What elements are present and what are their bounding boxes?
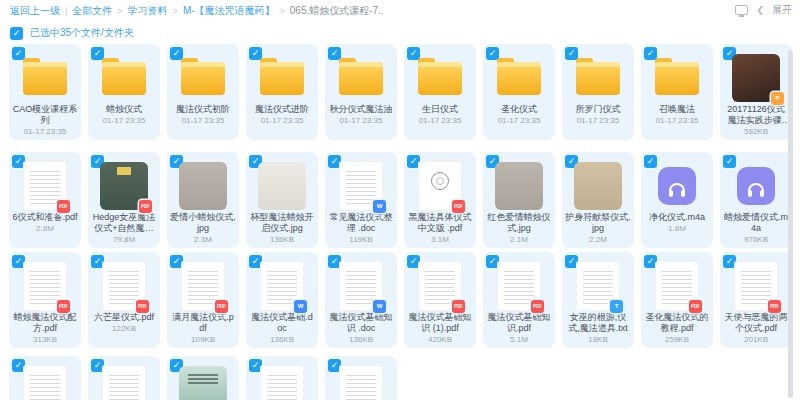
expand-toggle[interactable]: 展开 <box>772 3 792 17</box>
file-card[interactable]: ✓PDF天使与恶魔的两个仪式.pdf201KB <box>720 252 792 348</box>
text-lines <box>346 268 376 304</box>
folder-card[interactable]: ✓圣化仪式01-17 23:35 <box>483 44 555 140</box>
file-card[interactable]: ✓PDF6仪式和准备.pdf2.8M <box>9 152 81 248</box>
file-row: ✓PDF✓PDF✓P✓PDF✓PDF <box>9 356 792 400</box>
file-card[interactable]: ✓T女巫的根源,仪式,魔法道具.txt18KB <box>562 252 634 348</box>
file-card[interactable]: ✓PDF魔法仪式基础知识.pdf5.1M <box>483 252 555 348</box>
thumbnail-area <box>641 163 713 209</box>
file-card[interactable]: ✓PDF <box>88 356 160 400</box>
text-lines <box>188 268 218 304</box>
folder-card[interactable]: ✓魔法仪式进阶01-17 23:35 <box>246 44 318 140</box>
text-lines <box>30 372 60 400</box>
doc-badge-icon: W <box>373 200 386 213</box>
topbar-actions: ❮ 展开 <box>735 3 792 17</box>
file-name: 召唤魔法 <box>644 104 710 115</box>
file-card[interactable]: ✓PDF <box>325 356 397 400</box>
file-card[interactable]: ✓P20171126仪式魔法实践步骤.p...592KB <box>720 44 792 140</box>
file-name: CAO模业课程系列 <box>12 104 78 126</box>
file-card[interactable]: ✓PDF圣化魔法仪式的教程.pdf259KB <box>641 252 713 348</box>
thumbnail-area: PDF <box>88 163 160 209</box>
folder-card[interactable]: ✓蜡烛仪式01-17 23:35 <box>88 44 160 140</box>
file-card[interactable]: ✓PDF <box>246 356 318 400</box>
pdf-badge-icon: PDF <box>136 300 149 313</box>
file-card[interactable]: ✓蜡烛爱情仪式.m4a976KB <box>720 152 792 248</box>
thumbnail-area: P <box>720 55 792 101</box>
item-checkbox[interactable]: ✓ <box>723 155 736 168</box>
folder-card[interactable]: ✓生日仪式01-17 23:35 <box>404 44 476 140</box>
scrollbar-thumb[interactable] <box>788 50 793 398</box>
image-thumbnail: P <box>179 366 227 400</box>
file-card[interactable]: ✓W常见魔法仪式整理 .doc119KB <box>325 152 397 248</box>
file-card[interactable]: ✓W魔法仪式基础.doc136KB <box>246 252 318 348</box>
file-meta: 01-17 23:35 <box>483 116 555 125</box>
file-name: 蜡烛魔法仪式配方.pdf <box>12 312 78 334</box>
file-card[interactable]: ✓PDF黑魔法具体仪式中文版 .pdf3.1M <box>404 152 476 248</box>
file-card[interactable]: ✓杯型魔法蜡烛开启仪式.jpg136KB <box>246 152 318 248</box>
breadcrumb-item-magic[interactable]: M-【魔法咒语魔药】 <box>183 5 275 16</box>
file-name: 圣化魔法仪式的教程.pdf <box>644 312 710 334</box>
document-thumbnail: W <box>340 162 382 210</box>
breadcrumb-current: 065.蜡烛仪式课程-7.. <box>290 5 384 16</box>
back-link[interactable]: 返回上一级 <box>10 5 60 16</box>
thumbnail-area <box>562 55 634 101</box>
select-all-checkbox[interactable]: ✓ <box>10 27 23 40</box>
file-card[interactable]: ✓PDFHedge女巫魔法仪式+自然魔法仪式...79.8M <box>88 152 160 248</box>
document-thumbnail: T <box>577 262 619 310</box>
file-name: 蜡烛爱情仪式.m4a <box>723 212 789 234</box>
breadcrumb-arrow: > <box>173 6 178 16</box>
document-thumbnail: PDF <box>182 262 224 310</box>
item-checkbox[interactable]: ✓ <box>644 155 657 168</box>
file-name: 净化仪式.m4a <box>644 212 710 223</box>
file-card[interactable]: ✓PDF满月魔法仪式.pdf109KB <box>167 252 239 348</box>
file-name: 满月魔法仪式.pdf <box>170 312 236 334</box>
folder-icon <box>339 62 383 95</box>
document-thumbnail: PDF <box>656 262 698 310</box>
pdf-badge-icon: PDF <box>531 300 544 313</box>
file-meta: 01-17 23:35 <box>88 116 160 125</box>
thumbnail-area <box>9 55 81 101</box>
file-card[interactable]: ✓PDF魔法仪式基础知识 (1).pdf420KB <box>404 252 476 348</box>
file-meta: 976KB <box>720 235 792 244</box>
folder-card[interactable]: ✓所罗门仪式01-17 23:35 <box>562 44 634 140</box>
display-icon[interactable] <box>735 5 748 15</box>
pdf-badge-icon: PDF <box>57 200 70 213</box>
file-name: 爱情小蜡烛仪式.jpg <box>170 212 236 234</box>
file-card[interactable]: ✓W魔法仪式基础知识 .doc136KB <box>325 252 397 348</box>
file-meta: 313KB <box>9 335 81 344</box>
file-card[interactable]: ✓净化仪式.m4a1.8M <box>641 152 713 248</box>
headphones-icon <box>748 183 764 193</box>
breadcrumb-item-study[interactable]: 学习资料 <box>128 5 168 16</box>
file-meta: 01-17 23:35 <box>562 116 634 125</box>
file-meta: 119KB <box>325 235 397 244</box>
folder-card[interactable]: ✓召唤魔法01-17 23:35 <box>641 44 713 140</box>
file-name: 红色爱情蜡烛仪式.jpg <box>486 212 552 234</box>
file-meta: 01-17 23:35 <box>167 116 239 125</box>
file-meta: 592KB <box>720 127 792 136</box>
file-meta: 420KB <box>404 335 476 344</box>
file-card[interactable]: ✓爱情小蜡烛仪式.jpg2.3M <box>167 152 239 248</box>
file-name: 女巫的根源,仪式,魔法道具.txt <box>565 312 631 334</box>
file-card[interactable]: ✓护身符献祭仪式.jpg2.2M <box>562 152 634 248</box>
breadcrumb-arrow: > <box>280 6 285 16</box>
file-name: 六芒星仪式.pdf <box>91 312 157 323</box>
file-card[interactable]: ✓P <box>167 356 239 400</box>
file-meta: 01-17 23:35 <box>325 116 397 125</box>
file-card[interactable]: ✓PDF蜡烛魔法仪式配方.pdf313KB <box>9 252 81 348</box>
file-meta: 5.1M <box>483 335 555 344</box>
file-card[interactable]: ✓红色爱情蜡烛仪式.jpg2.1M <box>483 152 555 248</box>
thumbnail-area: PDF <box>9 263 81 309</box>
thumbnail-area: PDF <box>483 263 555 309</box>
file-meta: 01-17 23:35 <box>9 127 81 136</box>
folder-card[interactable]: ✓秋分仪式魔法油01-17 23:35 <box>325 44 397 140</box>
breadcrumb-item-all-files[interactable]: 全部文件 <box>72 5 112 16</box>
file-card[interactable]: ✓PDF六芒星仪式.pdf122KB <box>88 252 160 348</box>
text-lines <box>425 268 455 304</box>
file-name: 魔法仪式进阶 <box>249 104 315 115</box>
thumbnail-area: PDF <box>641 263 713 309</box>
folder-card[interactable]: ✓魔法仪式初阶01-17 23:35 <box>167 44 239 140</box>
file-card[interactable]: ✓PDF <box>9 356 81 400</box>
folder-card[interactable]: ✓CAO模业课程系列01-17 23:35 <box>9 44 81 140</box>
thumbnail-area <box>641 55 713 101</box>
thumbnail-area: PDF <box>404 163 476 209</box>
pdf-badge-icon: PDF <box>689 300 702 313</box>
